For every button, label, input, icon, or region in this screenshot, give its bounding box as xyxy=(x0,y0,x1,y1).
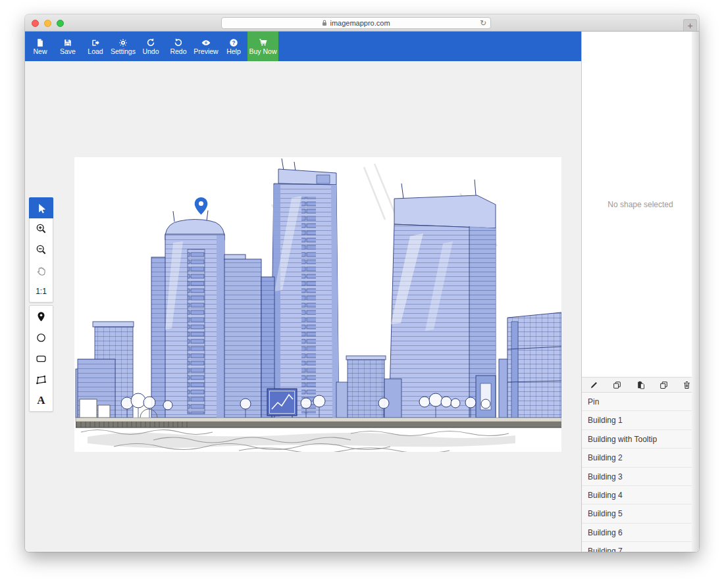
pan-tool[interactable] xyxy=(30,260,53,281)
shape-list-item[interactable]: Building 5 xyxy=(582,504,699,523)
traffic-lights xyxy=(32,20,64,27)
shapes-list: Pin Building 1 Building with Tooltip Bui… xyxy=(582,393,699,552)
select-tool[interactable] xyxy=(29,197,53,218)
shape-list-item[interactable]: Building 7 xyxy=(582,542,699,552)
zoom-out-tool[interactable] xyxy=(30,239,53,260)
browser-window: imagemappro.com ↻ + New Save Load xyxy=(25,14,699,552)
pointer-icon xyxy=(36,203,47,214)
shape-list-item[interactable]: Building 3 xyxy=(582,468,699,486)
reload-icon[interactable]: ↻ xyxy=(480,19,486,27)
rounded-rect-icon xyxy=(36,353,47,364)
pencil-icon xyxy=(590,381,598,389)
undo-button[interactable]: Undo xyxy=(137,32,165,61)
load-button[interactable]: Load xyxy=(82,32,109,61)
paste-clipboard-icon xyxy=(636,381,645,389)
tool-group-shapes: A xyxy=(29,305,53,412)
copy-pages-icon xyxy=(613,381,621,389)
new-file-icon xyxy=(36,38,45,47)
rect-tool[interactable] xyxy=(30,348,53,369)
hand-icon xyxy=(36,265,47,276)
browser-chrome: imagemappro.com ↻ + xyxy=(25,14,699,32)
right-panel: No shape selected Pin Build xyxy=(581,32,699,552)
shape-inspector: No shape selected xyxy=(582,32,699,377)
tool-group-view: 1:1 xyxy=(29,197,53,303)
shape-list-item[interactable]: Building 2 xyxy=(582,449,699,467)
close-window-button[interactable] xyxy=(32,20,39,27)
redo-arrow-icon xyxy=(174,38,183,47)
eye-icon xyxy=(201,38,211,47)
edit-shape-button[interactable] xyxy=(590,381,598,389)
magnifier-minus-icon xyxy=(36,244,47,255)
redo-button[interactable]: Redo xyxy=(165,32,192,61)
shape-list-item[interactable]: Building 1 xyxy=(582,411,699,429)
pin-marker[interactable] xyxy=(194,197,209,216)
buy-now-button[interactable]: Buy Now xyxy=(247,32,278,61)
new-button[interactable]: New xyxy=(26,32,54,61)
settings-button[interactable]: Settings xyxy=(109,32,137,61)
shape-list-item[interactable]: Building 6 xyxy=(582,524,699,542)
image-map-canvas[interactable] xyxy=(74,157,561,452)
paste-shape-button[interactable] xyxy=(636,381,645,389)
address-bar[interactable]: imagemappro.com ↻ xyxy=(221,17,491,29)
import-arrow-icon xyxy=(91,38,100,47)
text-tool[interactable]: A xyxy=(30,390,53,411)
help-button[interactable]: Help xyxy=(220,32,247,61)
polygon-icon xyxy=(36,374,47,385)
no-shape-selected-text: No shape selected xyxy=(608,200,673,209)
copy-shape-button[interactable] xyxy=(613,381,621,389)
editor-workspace: 1:1 xyxy=(25,61,581,552)
tool-palette: 1:1 xyxy=(29,197,53,414)
canvas-image xyxy=(74,157,561,452)
window-scrollbar[interactable] xyxy=(692,32,699,552)
padlock-icon xyxy=(322,20,327,26)
shape-list-item[interactable]: Building 4 xyxy=(582,486,699,504)
undo-arrow-icon xyxy=(146,38,155,47)
floppy-icon xyxy=(63,38,72,47)
duplicate-shape-button[interactable] xyxy=(659,381,668,389)
polygon-tool[interactable] xyxy=(30,369,53,390)
duplicate-squares-icon xyxy=(659,381,668,389)
delete-shape-button[interactable] xyxy=(683,381,691,389)
zoom-window-button[interactable] xyxy=(57,20,64,27)
ellipse-tool[interactable] xyxy=(30,327,53,348)
shopping-cart-icon xyxy=(259,38,268,47)
minimize-window-button[interactable] xyxy=(44,20,51,27)
question-circle-icon xyxy=(229,38,238,47)
gear-icon xyxy=(118,38,128,47)
preview-button[interactable]: Preview xyxy=(192,32,220,61)
zoom-in-tool[interactable] xyxy=(30,218,53,239)
shape-list-item[interactable]: Pin xyxy=(582,393,699,411)
actual-size-tool[interactable]: 1:1 xyxy=(30,281,53,302)
magnifier-plus-icon xyxy=(36,223,47,234)
url-text: imagemappro.com xyxy=(330,19,390,27)
save-button[interactable]: Save xyxy=(54,32,82,61)
shape-actions-bar xyxy=(582,377,699,393)
pin-tool[interactable] xyxy=(30,306,53,327)
app-toolbar: New Save Load Settings Undo xyxy=(25,32,581,61)
shape-list-item[interactable]: Building with Tooltip xyxy=(582,430,699,449)
new-tab-button[interactable]: + xyxy=(683,19,697,31)
pin-icon xyxy=(36,311,47,322)
trash-icon xyxy=(683,381,691,389)
circle-icon xyxy=(36,332,47,343)
